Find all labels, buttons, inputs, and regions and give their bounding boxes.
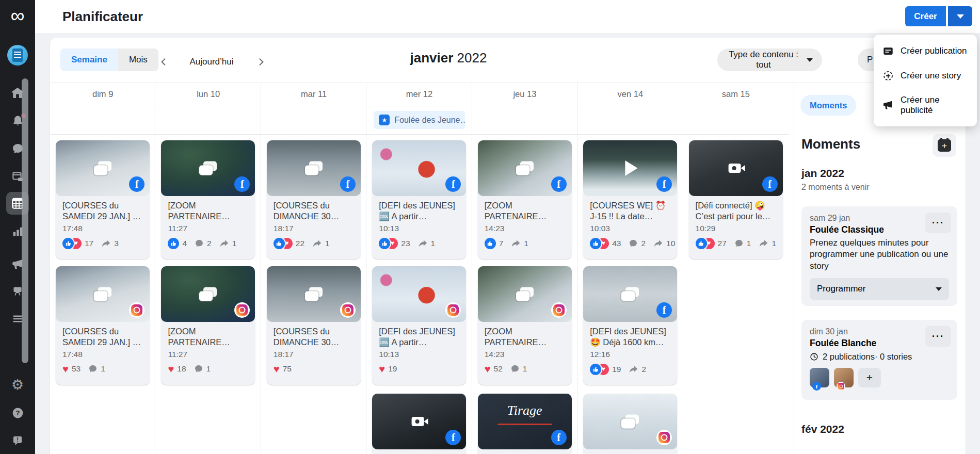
stat-value: 7 [499, 239, 504, 248]
instagram-gradient-square [131, 304, 142, 316]
menu-item-label: Créer publication [901, 46, 967, 56]
sidebar-item-help[interactable]: ? [6, 401, 29, 424]
album-icon [516, 287, 534, 301]
next-week-button[interactable] [252, 52, 270, 72]
stat-value: 17 [85, 239, 93, 248]
calendar-cell [50, 394, 155, 454]
post-card[interactable]: f[DEFI des JEUNES] 🆒 A partir…10:13♥231 [372, 140, 466, 259]
stat-value: 52 [494, 364, 503, 374]
menu-item-creer-une-story[interactable]: Créer une story [874, 63, 977, 88]
play-icon [625, 160, 638, 176]
post-card[interactable]: [DEFI des JEUNES] 🆒 A partir…10:13♥19 [372, 266, 466, 385]
moments-pill-button[interactable]: Moments [800, 95, 856, 116]
post-avatar [834, 368, 854, 387]
calendar-cell: f[ZOOM PARTENAIRE FOULEE] 👏 La…11:27421 [155, 140, 261, 259]
post-card[interactable]: [COURSES du SAMEDI 29 JAN.] …17:48♥531 [56, 266, 150, 385]
post-card[interactable]: f[DEFI des JEUNES] 🤩 Déjà 1600 km…12:16♥… [583, 266, 677, 385]
post-stat: 1 [510, 364, 527, 374]
post-thumbnail: f [267, 140, 361, 196]
event-chip[interactable]: ★ Foulée des Jeune… [374, 111, 464, 129]
page-avatar-image [12, 48, 23, 62]
reaction-stack-icon: ♥ [62, 238, 82, 249]
post-card[interactable]: Tiragef [478, 394, 572, 454]
day-header: jeu 13 [472, 83, 577, 106]
instagram-badge-icon [234, 302, 250, 318]
like-icon [590, 364, 601, 375]
post-card[interactable]: f[ZOOM PARTENAIRE FOULEE] 👏 Fisch…14:237… [478, 140, 572, 259]
reaction-stack-icon: ♥ [590, 364, 609, 375]
post-stat: ♥43 [590, 238, 621, 249]
sidebar: ∞ ⚙?! [0, 0, 35, 454]
comment-icon [88, 364, 98, 374]
stat-value: 22 [296, 239, 304, 248]
sidebar-item-report[interactable]: ! [6, 429, 29, 452]
event-star-icon: ★ [379, 115, 390, 125]
tab-week[interactable]: Semaine [60, 48, 118, 71]
post-card[interactable]: f[Défi connecté] 🤪 C’est parti pour le…1… [689, 140, 783, 259]
content-type-filter[interactable]: Type de contenu : tout [717, 48, 822, 71]
post-card[interactable]: [ZOOM PARTENAIRE FOULEE] 👏 La…11:27♥181 [161, 266, 255, 385]
planner-card: Semaine Mois Aujourd’hui janvier 2022 Ty… [50, 38, 966, 454]
moment-more-button[interactable]: ··· [925, 326, 951, 347]
add-post-button[interactable]: + [858, 368, 881, 387]
album-icon [621, 415, 639, 429]
post-thumbnail: f [583, 266, 677, 322]
moment-more-button[interactable]: ··· [925, 213, 951, 233]
post-card[interactable]: f[ZOOM PARTENAIRE FOULEE] 👏 La…11:27421 [161, 140, 255, 259]
album-icon [94, 161, 111, 175]
menu-item-creer-publication[interactable]: Créer publication [874, 39, 977, 63]
post-thumbnail: f [56, 140, 150, 196]
post-thumbnail [583, 394, 677, 449]
menu-item-creer-une-publicite[interactable]: Créer une publicité [874, 88, 977, 122]
platform-filter-label: P [867, 55, 873, 65]
comment-icon [629, 239, 638, 248]
post-title: [DEFI des JEUNES] 🆒 A partir… [379, 200, 459, 222]
period-label: janvier 2022 [366, 50, 531, 66]
today-button[interactable]: Aujourd’hui [179, 52, 244, 72]
sidebar-scrollbar[interactable] [22, 78, 28, 363]
stat-value: 2 [207, 239, 212, 248]
add-moment-button[interactable]: + [933, 134, 956, 157]
instagram-gradient-square [447, 304, 459, 316]
previous-week-button[interactable] [155, 52, 172, 72]
like-icon [696, 238, 707, 249]
page-avatar[interactable] [7, 45, 28, 66]
post-card[interactable]: f [372, 394, 466, 454]
day-header: dim 9 [50, 83, 155, 106]
stat-value: 1 [524, 239, 528, 248]
post-card[interactable]: f[COURSES WE] ⏰ J-15 !! La date…10:03♥43… [583, 140, 677, 259]
create-menu-toggle[interactable] [948, 6, 972, 26]
create-button[interactable]: Créer [905, 6, 946, 26]
stat-value: 18 [177, 364, 186, 374]
help-icon: ? [11, 407, 24, 419]
share-icon [511, 238, 521, 248]
post-card-body: [ZOOM PARTENAIRE FOULEE] 👏 La…11:27421 [161, 196, 255, 249]
instagram-gradient-square [342, 304, 354, 316]
post-thumbnail: f [372, 140, 466, 196]
schedule-dropdown[interactable]: Programmer [810, 278, 949, 300]
meta-logo[interactable]: ∞ [0, 3, 35, 28]
post-stats: ♥192 [590, 364, 670, 375]
sidebar-item-settings[interactable]: ⚙ [6, 374, 29, 396]
post-thumbnail: f [372, 394, 466, 449]
post-card[interactable]: [ZOOM PARTENAIRE FOULEE] 👏 …14:23♥521 [478, 266, 572, 385]
share-icon [759, 238, 768, 248]
megaphone-icon [882, 100, 894, 111]
share-icon [629, 364, 638, 374]
facebook-badge-icon: f [762, 176, 778, 192]
calendar-cell: [ZOOM PARTENAIRE FOULEE] 👏 …14:23♥521 [472, 266, 577, 385]
facebook-badge-icon: f [656, 176, 672, 192]
post-card[interactable] [583, 394, 677, 454]
tab-month[interactable]: Mois [118, 48, 158, 71]
calendar-cell [155, 394, 261, 454]
post-time: 14:23 [485, 224, 565, 233]
post-title: [DEFI des JEUNES] 🆒 A partir… [379, 326, 459, 348]
reaction-stack-icon: ♥ [274, 238, 293, 249]
heart-icon: ♥ [168, 364, 174, 374]
post-title: [COURSES WE] ⏰ J-15 !! La date… [590, 200, 670, 222]
post-card[interactable]: f[COURSES du DIMANCHE 30 JAN…18:17♥221 [267, 140, 361, 259]
instagram-gradient-square [236, 304, 248, 316]
album-icon [516, 161, 534, 175]
post-card[interactable]: f[COURSES du SAMEDI 29 JAN.] …17:48♥173 [56, 140, 150, 259]
post-card[interactable]: [COURSES du DIMANCHE 30 JAN…18:17♥75 [267, 266, 361, 385]
